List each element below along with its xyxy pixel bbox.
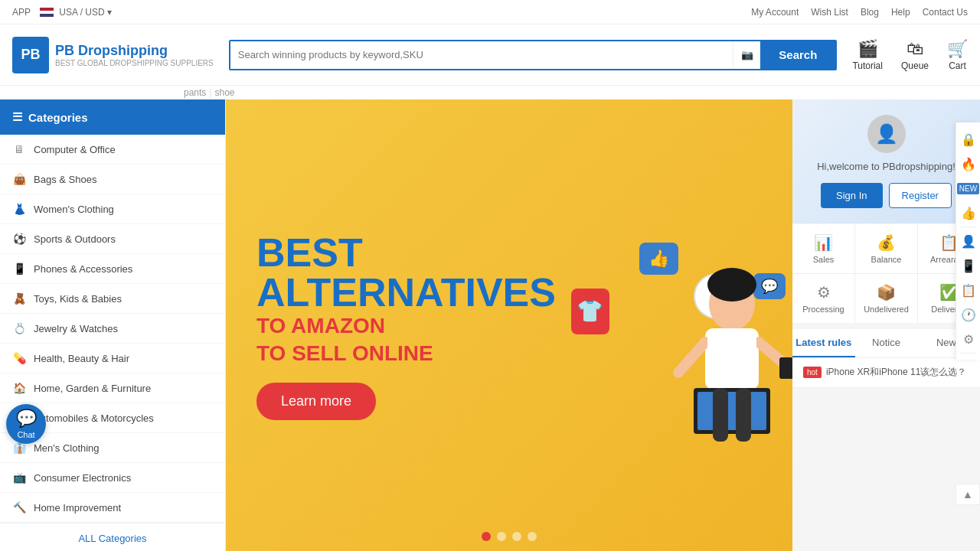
logo[interactable]: PB PB Dropshipping BEST GLOBAL DROPSHIPP… [12, 37, 214, 73]
contact-us-link[interactable]: Contact Us [923, 7, 968, 18]
sidebar-item-bags[interactable]: 👜 Bags & Shoes [0, 165, 225, 194]
suggestion-pants[interactable]: pants [184, 87, 206, 98]
banner-title-best: BEST [256, 233, 556, 272]
register-button[interactable]: Register [889, 183, 952, 208]
jewelry-icon: 💍 [12, 321, 26, 335]
search-input[interactable] [230, 49, 733, 60]
stat-processing-label: Processing [797, 305, 850, 314]
banner-title-sub: TO AMAZON [256, 312, 556, 340]
sidebar-item-health[interactable]: 💊 Health, Beauty & Hair [0, 344, 225, 373]
chat-icon: 💬 [16, 409, 37, 429]
banner-title-alt: ALTERNATIVES [256, 272, 556, 312]
cat-label: Sports & Outdoors [34, 233, 116, 245]
sidebar-item-sports[interactable]: ⚽ Sports & Outdoors [0, 224, 225, 254]
header-actions: 🎬 Tutorial 🛍 Queue 🛒 Cart [852, 39, 968, 71]
right-panel: 👤 Hi,welcome to PBdropshipping! Sign In … [792, 99, 980, 551]
chat-button[interactable]: 💬 Chat [6, 404, 46, 444]
cat-label: Women's Clothing [34, 204, 114, 215]
sidebar-header: ☰ Categories [0, 99, 225, 135]
region-selector[interactable]: USA / USD ▾ [40, 7, 112, 18]
svg-rect-6 [697, 392, 766, 430]
sidebar-item-toys[interactable]: 🧸 Toys, Kids & Babies [0, 284, 225, 314]
tutorial-link[interactable]: 🎬 Tutorial [852, 39, 883, 71]
logo-text: PB Dropshipping BEST GLOBAL DROPSHIPPING… [55, 43, 214, 67]
sidebar-item-jewelry[interactable]: 💍 Jewelry & Watches [0, 314, 225, 344]
avatar: 👤 [867, 115, 906, 153]
brand-sub: BEST GLOBAL DROPSHIPPING SUPPLIERS [55, 59, 214, 67]
right-sidebar: 🔒 🔥 NEW 👍 👤 📱 📋 🕐 ⚙ ▲ [956, 122, 980, 360]
welcome-box: 👤 Hi,welcome to PBdropshipping! Sign In … [792, 99, 980, 223]
dot-2[interactable] [497, 532, 506, 541]
learn-more-button[interactable]: Learn more [256, 383, 376, 420]
stat-sales[interactable]: 📊 Sales [792, 224, 854, 273]
sidebar-item-women[interactable]: 👗 Women's Clothing [0, 194, 225, 224]
sidebar-item-phones[interactable]: 📱 Phones & Accessories [0, 254, 225, 284]
rs-settings-icon[interactable]: ⚙ [958, 328, 979, 350]
top-bar: APP USA / USD ▾ My Account Wish List Blo… [0, 0, 980, 24]
dot-1[interactable] [482, 532, 491, 541]
new-badge: NEW [957, 183, 979, 194]
computer-icon: 🖥 [12, 142, 26, 156]
phones-icon: 📱 [12, 262, 26, 276]
app-link[interactable]: APP [12, 7, 31, 18]
top-bar-right: My Account Wish List Blog Help Contact U… [751, 7, 968, 18]
sidebar-item-computer[interactable]: 🖥 Computer & Office [0, 135, 225, 165]
stat-processing[interactable]: ⚙ Processing [792, 274, 854, 323]
women-icon: 👗 [12, 202, 26, 216]
stat-balance[interactable]: 💰 Balance [855, 224, 917, 273]
rs-fire-icon[interactable]: 🔥 [958, 153, 979, 174]
tab-notice[interactable]: Notice [855, 329, 918, 357]
cart-link[interactable]: 🛒 Cart [947, 39, 968, 71]
cart-icon: 🛒 [947, 39, 968, 59]
stat-balance-label: Balance [860, 255, 913, 264]
sidebar-item-home[interactable]: 🏠 Home, Garden & Furniture [0, 373, 225, 403]
tshirt-icon: 👕 [571, 289, 609, 334]
sidebar: ☰ Categories 🖥 Computer & Office 👜 Bags … [0, 99, 226, 551]
dot-4[interactable] [528, 532, 537, 541]
tutorial-label: Tutorial [852, 60, 883, 71]
welcome-text: Hi,welcome to PBdropshipping! [805, 161, 968, 172]
news-item-0[interactable]: hot iPhone XR和iPhone 11该怎么选？ [792, 358, 980, 387]
stat-undelivered[interactable]: 📦 Undelivered [855, 274, 917, 323]
rs-lock-icon[interactable]: 🔒 [958, 129, 979, 150]
cat-label: Home Improvement [34, 502, 121, 514]
svg-rect-7 [713, 388, 728, 442]
rs-clock-icon[interactable]: 🕐 [958, 304, 979, 325]
all-categories-link[interactable]: ALL Categories [0, 523, 225, 551]
rs-list-icon[interactable]: 📋 [958, 279, 979, 301]
suggestion-shoe[interactable]: shoe [214, 87, 234, 98]
rs-phone-icon[interactable]: 📱 [958, 255, 979, 276]
sidebar-item-electronics[interactable]: 📺 Consumer Electronics [0, 463, 225, 493]
cat-label: Automobiles & Motorcycles [34, 412, 154, 424]
banner-dots [482, 532, 537, 541]
scroll-up-button[interactable]: ▲ [956, 484, 980, 505]
dot-3[interactable] [512, 532, 521, 541]
queue-link[interactable]: 🛍 Queue [901, 39, 929, 71]
news-text: iPhone XR和iPhone 11该怎么选？ [826, 366, 966, 379]
blog-link[interactable]: Blog [861, 7, 879, 18]
cart-label: Cart [949, 60, 966, 71]
banner-area: BEST ALTERNATIVES TO AMAZON TO SELL ONLI… [226, 99, 792, 551]
rs-new-badge[interactable]: NEW [958, 178, 979, 199]
camera-search-icon[interactable]: 📷 [733, 41, 760, 69]
rs-like-icon[interactable]: 👍 [958, 202, 979, 223]
svg-rect-8 [736, 388, 751, 442]
cat-label: Jewelry & Watches [34, 323, 118, 334]
improvement-icon: 🔨 [12, 500, 26, 514]
search-button[interactable]: Search [760, 41, 835, 69]
tab-latest-rules[interactable]: Latest rules [792, 329, 855, 357]
main-container: ☰ Categories 🖥 Computer & Office 👜 Bags … [0, 99, 980, 551]
signin-button[interactable]: Sign In [821, 183, 882, 208]
cat-label: Toys, Kids & Babies [34, 293, 122, 305]
sales-icon: 📊 [797, 233, 850, 252]
cat-label: Bags & Shoes [34, 174, 96, 185]
sidebar-item-improvement[interactable]: 🔨 Home Improvement [0, 493, 225, 523]
stats-grid: 📊 Sales 💰 Balance 📋 Arrearage ⚙ Processi… [792, 224, 980, 323]
flag-icon [40, 8, 54, 17]
rs-user-icon[interactable]: 👤 [958, 230, 979, 252]
my-account-link[interactable]: My Account [751, 7, 799, 18]
tabs-row: Latest rules Notice News [792, 329, 980, 358]
wish-list-link[interactable]: Wish List [811, 7, 848, 18]
help-link[interactable]: Help [891, 7, 910, 18]
chat-label: Chat [17, 430, 34, 439]
